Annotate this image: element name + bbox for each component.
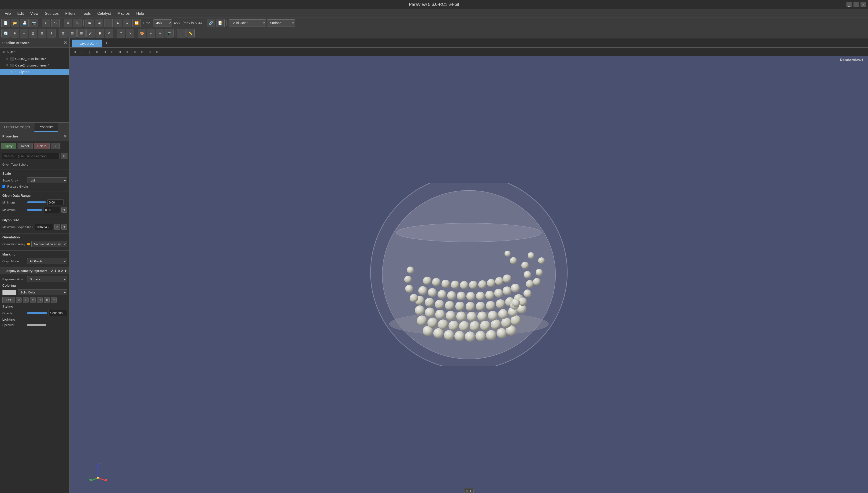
color-btn5[interactable]: ↪ (37, 297, 43, 303)
representation-dropdown[interactable]: Surface (267, 19, 295, 26)
display-representation-dropdown[interactable]: Surface (27, 276, 67, 282)
save-btn[interactable]: 💾 (20, 19, 28, 27)
search-input[interactable] (2, 153, 60, 159)
maximize-button[interactable]: □ (853, 2, 859, 7)
clear-sel-btn[interactable]: ✕ (105, 29, 113, 38)
maximum-slider[interactable] (27, 209, 42, 211)
vp-btn1[interactable]: ⊞ (71, 49, 78, 55)
draw-poly-btn[interactable]: 🖊 (86, 29, 95, 38)
menu-file[interactable]: File (2, 10, 14, 17)
color-editor-btn[interactable]: ✏ (156, 29, 165, 38)
color-btn4[interactable]: ↩ (30, 297, 36, 303)
loop-btn[interactable]: 🔁 (132, 19, 141, 27)
select-on-btn[interactable]: ⊠ (59, 29, 67, 38)
play-pause-btn[interactable]: ⏸ (104, 19, 113, 27)
open-btn[interactable]: 📂 (11, 19, 19, 27)
color-btn6[interactable]: 🗑 (44, 297, 50, 303)
orientation-array-dropdown[interactable]: No orientation array (31, 241, 67, 247)
opacity-slider[interactable] (27, 312, 47, 314)
menu-catalyst[interactable]: Catalyst (94, 10, 114, 17)
last-frame-btn[interactable]: ⏭ (123, 19, 131, 27)
minimum-input[interactable] (47, 199, 64, 206)
display-btn5[interactable]: ⬆ (64, 269, 67, 273)
specular-slider[interactable] (27, 324, 46, 326)
vp-btn4[interactable]: ⊠ (94, 49, 101, 55)
glyph-size-input[interactable] (34, 224, 53, 230)
layout-tab-close[interactable]: ✕ (95, 42, 97, 45)
prev-frame-btn[interactable]: ◀ (95, 19, 103, 27)
add-layout-btn[interactable]: + (102, 39, 111, 47)
add-filter-btn[interactable]: + (20, 29, 28, 38)
color-array-dropdown[interactable]: Solid Color (229, 19, 266, 26)
menu-view[interactable]: View (27, 10, 41, 17)
render-view[interactable]: RenderView1 (70, 56, 868, 493)
apply-button[interactable]: Apply (1, 143, 16, 149)
color-swatch[interactable] (2, 290, 16, 295)
minimize-button[interactable]: _ (846, 2, 852, 7)
maximum-input[interactable] (44, 207, 60, 213)
vp-btn5[interactable]: ⊟ (101, 49, 108, 55)
settings-btn[interactable]: ⚙ (64, 19, 72, 27)
scale-array-dropdown[interactable]: radii (27, 177, 67, 184)
display-btn2[interactable]: ⬇ (54, 269, 57, 273)
glyph-mode-dropdown[interactable]: All Points (27, 258, 67, 264)
vp-btn11[interactable]: ⊙ (146, 49, 153, 55)
color-btn7[interactable]: ⬆ (51, 297, 57, 303)
time-dropdown[interactable]: 458 (153, 19, 172, 26)
extract-btn[interactable]: ⬇ (47, 29, 56, 38)
draw-cell-btn[interactable]: ⬢ (95, 29, 104, 38)
query-btn[interactable]: ? (117, 29, 125, 38)
glyph-size-slider[interactable] (32, 226, 33, 228)
rescale-checkbox[interactable] (2, 185, 5, 188)
save-ss-btn[interactable]: 📷 (29, 19, 38, 27)
reset-button[interactable]: Reset (18, 143, 32, 149)
menu-tools[interactable]: Tools (79, 10, 93, 17)
extract-sel-btn[interactable]: ⊳ (126, 29, 134, 38)
display-btn4[interactable]: ✕ (61, 269, 63, 273)
connect-btn[interactable]: 🔌 (73, 19, 82, 27)
vp-btn6[interactable]: ⊡ (109, 49, 116, 55)
rescale-btn[interactable]: ↔ (147, 29, 155, 38)
camera-link-btn[interactable]: 🔗 (207, 19, 215, 27)
reset-camera-btn[interactable]: 🔄 (1, 29, 10, 38)
vp-btn9[interactable]: ⊕ (131, 49, 138, 55)
color-btn3[interactable]: ⬇ (23, 297, 28, 303)
redo-btn[interactable]: ↪ (51, 19, 60, 27)
vp-btn12[interactable]: ⊛ (154, 49, 161, 55)
first-frame-btn[interactable]: ⏮ (86, 19, 94, 27)
pipeline-item-glyph1[interactable]: 👁 ⬡ Glyph1 (0, 69, 69, 75)
display-section-header[interactable]: − Display (GeometryRepresent ↺ ⬇ ⊕ ✕ ⬆ (0, 268, 69, 274)
vp-btn10[interactable]: ⊖ (139, 49, 146, 55)
pipeline-item-facets[interactable]: 👁 ⬛ Case2_drum-facets.* (0, 56, 69, 62)
measure-btn[interactable]: 📏 (186, 29, 195, 38)
color-dropdown[interactable]: Solid Color (18, 289, 67, 295)
group-btn[interactable]: ⊞ (38, 29, 46, 38)
menu-macros[interactable]: Macros (114, 10, 132, 17)
new-btn[interactable]: 📄 (1, 19, 10, 27)
vp-btn2[interactable]: ↔ (79, 49, 86, 55)
zoom-to-data-btn[interactable]: ⊕ (10, 29, 19, 38)
search-settings-btn[interactable]: ⚙ (61, 153, 67, 159)
menu-sources[interactable]: Sources (42, 10, 62, 17)
opacity-input[interactable] (48, 310, 67, 316)
annotation-btn[interactable]: 📝 (216, 19, 224, 27)
edit-color-button[interactable]: Edit (2, 297, 15, 303)
save-screenshot-btn[interactable]: 📷 (165, 29, 174, 38)
display-btn3[interactable]: ⊕ (58, 269, 60, 273)
color-btn2[interactable]: ↺ (16, 297, 22, 303)
minimum-slider[interactable] (27, 201, 46, 203)
camera-orient-btn[interactable]: 🎥 (177, 29, 186, 38)
scroll-left-btn[interactable]: ◀ (464, 489, 469, 493)
tab-properties[interactable]: Properties (35, 123, 58, 132)
properties-close-btn[interactable]: ✕ (63, 134, 67, 139)
undo-btn[interactable]: ↩ (42, 19, 50, 27)
pipeline-item-spheres[interactable]: 👁 ⬛ Case2_drum-spheres.* (0, 62, 69, 69)
help-button[interactable]: ? (51, 143, 60, 149)
delete-btn[interactable]: 🗑 (29, 29, 37, 38)
vp-btn3[interactable]: | (86, 49, 93, 55)
vp-btn8[interactable]: ≡ (124, 49, 131, 55)
close-button[interactable]: × (861, 2, 866, 7)
menu-filters[interactable]: Filters (62, 10, 78, 17)
show-color-map-btn[interactable]: 🎨 (138, 29, 146, 38)
glyph-size-clear-btn[interactable]: ✕ (55, 224, 60, 230)
